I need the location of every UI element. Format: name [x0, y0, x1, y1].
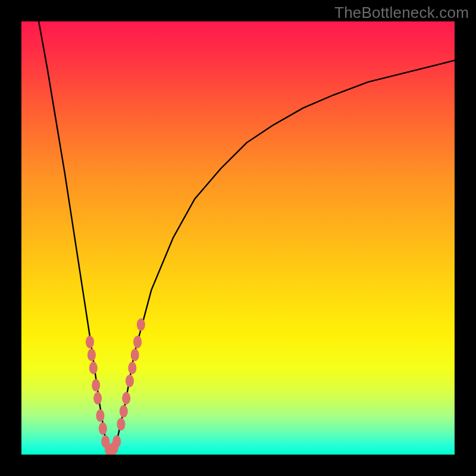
- chart-svg: [21, 21, 455, 455]
- data-marker: [99, 422, 107, 435]
- data-marker: [92, 379, 100, 392]
- data-marker: [93, 392, 102, 405]
- watermark-text: TheBottleneck.com: [334, 4, 469, 22]
- marker-group: [86, 318, 145, 455]
- data-marker: [117, 418, 125, 430]
- plot-area: [21, 21, 455, 455]
- data-marker: [86, 336, 94, 348]
- data-marker: [137, 318, 145, 331]
- data-marker: [89, 362, 98, 374]
- data-marker: [122, 392, 130, 405]
- data-marker: [96, 409, 104, 422]
- data-marker: [112, 436, 121, 448]
- data-marker: [128, 362, 136, 374]
- chart-frame: TheBottleneck.com: [0, 0, 476, 476]
- curve-path: [39, 21, 455, 452]
- data-marker: [133, 336, 142, 348]
- data-marker: [120, 405, 128, 418]
- data-marker: [87, 349, 96, 361]
- data-marker: [131, 349, 139, 361]
- data-marker: [126, 375, 134, 387]
